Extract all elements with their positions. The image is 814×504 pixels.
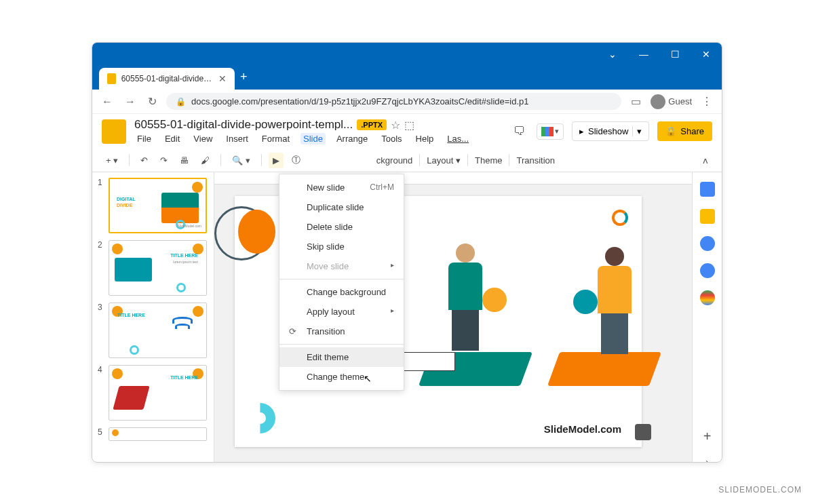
slideshow-button[interactable]: ▸ Slideshow ▾: [572, 121, 649, 141]
calendar-icon[interactable]: [700, 182, 715, 197]
menu-edit[interactable]: Edit: [162, 133, 182, 144]
print-button[interactable]: 🖶: [176, 153, 193, 168]
slide-thumb-5[interactable]: 5: [98, 427, 208, 441]
menu-view[interactable]: View: [191, 133, 215, 144]
browser-window: ⌄ — ☐ ✕ 60555-01-digital-divide-powerpc …: [92, 42, 722, 463]
profile-chip[interactable]: Guest: [651, 94, 692, 109]
menu-arrange[interactable]: Arrange: [334, 133, 370, 144]
menu-edit-theme[interactable]: Edit theme: [279, 347, 404, 367]
slide-number: 4: [98, 365, 104, 421]
menu-bar: File Edit View Insert Format Slide Arran…: [134, 133, 503, 144]
address-bar: ← → ↻ 🔒 docs.google.com/presentation/d/1…: [92, 90, 722, 114]
menu-change-background[interactable]: Change background: [279, 282, 404, 302]
decorative-blob: [238, 210, 275, 254]
url-text: docs.google.com/presentation/d/19-p5z1tj…: [191, 96, 529, 106]
menu-format[interactable]: Format: [259, 133, 292, 144]
move-folder-icon[interactable]: ⬚: [404, 119, 414, 132]
nav-back-button[interactable]: ←: [99, 93, 115, 111]
hide-panel-button[interactable]: ›: [705, 457, 709, 463]
reload-button[interactable]: ↻: [145, 92, 159, 111]
document-title[interactable]: 60555-01-digital-divide-powerpoint-templ…: [134, 118, 353, 132]
toolbar-transition[interactable]: Transition: [516, 155, 555, 166]
decorative-ring: [239, 397, 282, 440]
share-label: Share: [680, 126, 704, 136]
toolbar: + ▾ ↶ ↷ 🖶 🖌 🔍 ▾ ▶ Ⓣ ckground Layout ▾ Th…: [92, 149, 722, 172]
browser-tabbar: 60555-01-digital-divide-powerpc ✕ +: [92, 65, 722, 90]
reading-list-icon[interactable]: ▭: [628, 92, 644, 111]
avatar-icon: [651, 94, 665, 109]
profile-label: Guest: [668, 96, 692, 106]
new-tab-button[interactable]: +: [235, 64, 253, 90]
url-input[interactable]: 🔒 docs.google.com/presentation/d/19-p5z1…: [166, 93, 621, 110]
menu-last-edit[interactable]: Las...: [444, 133, 471, 144]
menu-tools[interactable]: Tools: [379, 133, 404, 144]
page-watermark: SLIDEMODEL.COM: [718, 485, 802, 495]
menu-apply-layout[interactable]: Apply layout▸: [279, 302, 404, 322]
select-tool[interactable]: ▶: [269, 153, 284, 168]
meet-icon: [541, 127, 554, 136]
digital-divide-illustration: [418, 237, 662, 400]
slide-thumb-4[interactable]: 4 TITLE HERE: [98, 365, 208, 421]
toolbar-background[interactable]: ckground: [376, 155, 412, 166]
new-slide-button[interactable]: + ▾: [102, 153, 122, 168]
slide-thumb-1[interactable]: 1 DIGITAL DIVIDE SlideModel.com: [98, 178, 208, 233]
menu-duplicate-slide[interactable]: Duplicate slide: [279, 197, 404, 217]
menu-file[interactable]: File: [134, 133, 154, 144]
lock-icon: 🔒: [176, 97, 186, 106]
maps-icon[interactable]: [700, 290, 715, 305]
slideshow-label: Slideshow: [588, 126, 628, 136]
slide-number: 3: [98, 303, 104, 358]
tasks-icon[interactable]: [700, 236, 715, 251]
undo-button[interactable]: ↶: [136, 153, 152, 168]
app-header: 60555-01-digital-divide-powerpoint-templ…: [92, 114, 722, 149]
slidemodel-logo-icon: [612, 210, 628, 226]
toolbar-theme[interactable]: Theme: [475, 155, 502, 166]
keep-icon[interactable]: [700, 209, 715, 224]
file-type-badge: .PPTX: [357, 119, 387, 130]
toolbar-layout[interactable]: Layout ▾: [427, 155, 461, 166]
menu-move-slide: Move slide▸: [279, 256, 404, 276]
star-icon[interactable]: ☆: [391, 119, 400, 132]
slide-menu-dropdown: New slide Ctrl+M Duplicate slide Delete …: [279, 174, 404, 391]
zoom-button[interactable]: 🔍 ▾: [228, 153, 254, 168]
lock-icon: 🔒: [665, 126, 676, 136]
browser-tab[interactable]: 60555-01-digital-divide-powerpc ✕: [99, 68, 235, 90]
window-titlebar: ⌄ — ☐ ✕: [92, 43, 722, 65]
maximize-button[interactable]: ☐: [665, 44, 685, 64]
transition-icon: ⟳: [289, 326, 296, 336]
textbox-tool[interactable]: Ⓣ: [288, 151, 305, 169]
menu-change-theme[interactable]: Change theme: [279, 367, 404, 387]
slide-number: 1: [98, 178, 104, 233]
collapse-toolbar-button[interactable]: ʌ: [699, 153, 712, 168]
minimize-button[interactable]: —: [634, 44, 654, 64]
menu-transition[interactable]: ⟳ Transition: [279, 322, 404, 341]
menu-skip-slide[interactable]: Skip slide: [279, 237, 404, 256]
slide-number: 2: [98, 240, 104, 296]
kebab-menu-icon[interactable]: ⋮: [699, 92, 715, 111]
tab-close-icon[interactable]: ✕: [218, 73, 227, 84]
menu-insert[interactable]: Insert: [223, 133, 251, 144]
menu-slide[interactable]: Slide: [301, 133, 326, 144]
add-addon-button[interactable]: +: [703, 429, 712, 444]
slide-number: 5: [98, 427, 104, 441]
slides-logo-icon[interactable]: [102, 119, 126, 144]
slide-thumb-2[interactable]: 2 TITLE HERE lorem ipsum text: [98, 240, 208, 296]
contacts-icon[interactable]: [700, 263, 715, 278]
paint-format-button[interactable]: 🖌: [197, 153, 214, 168]
menu-help[interactable]: Help: [413, 133, 437, 144]
meet-button[interactable]: ▾: [537, 123, 564, 140]
nav-forward-button[interactable]: →: [122, 93, 138, 111]
chevron-down-icon[interactable]: ⌄: [602, 44, 623, 64]
menu-new-slide[interactable]: New slide Ctrl+M: [279, 178, 404, 197]
explore-button[interactable]: [635, 424, 651, 440]
redo-button[interactable]: ↷: [156, 153, 172, 168]
close-button[interactable]: ✕: [696, 44, 716, 64]
side-panel: + ›: [692, 172, 722, 463]
share-button[interactable]: 🔒 Share: [657, 121, 712, 141]
comments-icon[interactable]: 🗨: [511, 121, 528, 141]
tab-title: 60555-01-digital-divide-powerpc: [121, 74, 213, 83]
footer-text: SlideModel.com: [544, 423, 621, 435]
main-content: 1 DIGITAL DIVIDE SlideModel.com 2 TITLE …: [92, 172, 722, 463]
menu-delete-slide[interactable]: Delete slide: [279, 217, 404, 237]
slide-thumb-3[interactable]: 3 TITLE HERE: [98, 303, 208, 358]
